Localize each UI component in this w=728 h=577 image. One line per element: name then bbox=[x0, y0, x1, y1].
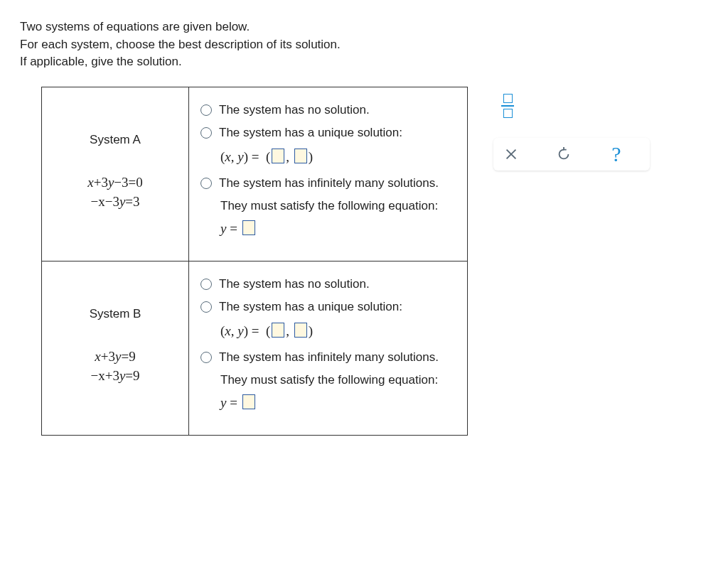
system-b-label: System B bbox=[48, 307, 183, 321]
reset-button[interactable] bbox=[550, 141, 577, 168]
instruction-line: Two systems of equations are given below… bbox=[20, 18, 708, 36]
radio-a-inf[interactable] bbox=[200, 178, 212, 189]
system-b-cell: System B x+3y=9 −x+3y=9 bbox=[42, 261, 189, 435]
system-a-eq2: −x−3y=3 bbox=[48, 192, 183, 212]
system-a-eq1: x+3y−3=0 bbox=[48, 173, 183, 193]
x-slot[interactable] bbox=[272, 149, 284, 163]
opt-label: The system has no solution. bbox=[219, 277, 370, 291]
system-a-cell: System A x+3y−3=0 −x−3y=3 bbox=[42, 87, 189, 261]
y-expr-slot[interactable] bbox=[242, 220, 255, 235]
radio-a-no-solution[interactable] bbox=[200, 104, 212, 116]
close-button[interactable] bbox=[498, 141, 525, 168]
instructions: Two systems of equations are given below… bbox=[20, 18, 708, 71]
xy-input-a: (x, y) = (, ) bbox=[220, 149, 456, 165]
opt-label: The system has infinitely many solutions… bbox=[219, 350, 439, 365]
system-a-options: The system has no solution. The system h… bbox=[189, 87, 468, 261]
xy-input-b: (x, y) = (, ) bbox=[220, 323, 456, 339]
y-slot[interactable] bbox=[294, 149, 307, 163]
opt-label: The system has a unique solution: bbox=[219, 126, 402, 140]
radio-b-unique[interactable] bbox=[200, 301, 212, 313]
opt-label: The system has no solution. bbox=[219, 103, 370, 117]
y-expr-slot[interactable] bbox=[242, 394, 255, 409]
y-eq-b: y = bbox=[220, 394, 456, 411]
radio-a-unique[interactable] bbox=[200, 127, 212, 139]
fraction-icon bbox=[503, 94, 513, 103]
system-b-options: The system has no solution. The system h… bbox=[189, 261, 468, 435]
radio-b-no-solution[interactable] bbox=[200, 279, 212, 290]
follow-text: They must satisfy the following equation… bbox=[220, 199, 456, 213]
system-a-label: System A bbox=[48, 133, 183, 147]
opt-label: The system has a unique solution: bbox=[219, 300, 402, 314]
system-b-eq1: x+3y=9 bbox=[48, 347, 183, 367]
system-b-eq2: −x+3y=9 bbox=[48, 366, 183, 386]
help-icon: ? bbox=[611, 142, 621, 166]
reset-icon bbox=[556, 146, 572, 162]
instruction-line: For each system, choose the best descrip… bbox=[20, 36, 708, 54]
y-eq-a: y = bbox=[220, 220, 456, 237]
tool-palette: ? bbox=[493, 87, 650, 190]
y-slot[interactable] bbox=[294, 323, 307, 338]
follow-text: They must satisfy the following equation… bbox=[220, 373, 456, 387]
radio-b-inf[interactable] bbox=[200, 352, 212, 363]
x-slot[interactable] bbox=[272, 323, 284, 338]
close-icon bbox=[503, 146, 519, 162]
systems-table: System A x+3y−3=0 −x−3y=3 The system has… bbox=[41, 87, 468, 436]
fraction-button[interactable] bbox=[499, 94, 516, 118]
opt-label: The system has infinitely many solutions… bbox=[219, 176, 439, 190]
help-button[interactable]: ? bbox=[603, 141, 630, 168]
instruction-line: If applicable, give the solution. bbox=[20, 53, 708, 71]
